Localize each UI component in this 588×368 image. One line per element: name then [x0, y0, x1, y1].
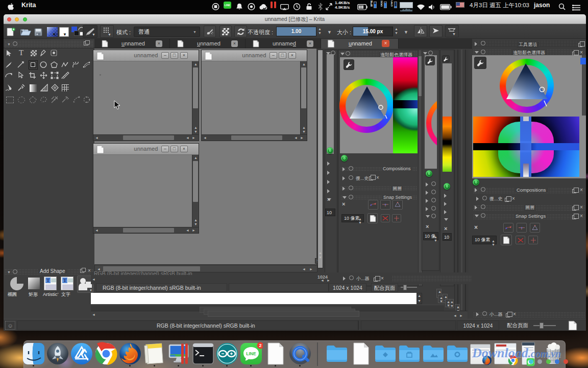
svg-text:LINE: LINE: [246, 351, 256, 356]
svg-text:2: 2: [259, 343, 261, 348]
